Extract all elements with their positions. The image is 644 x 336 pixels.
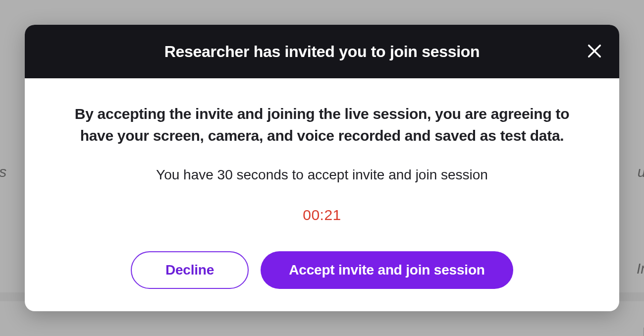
modal-header: Researcher has invited you to join sessi… [25,25,619,78]
close-button[interactable] [585,42,604,61]
modal-title: Researcher has invited you to join sessi… [164,43,480,61]
timer-instruction: You have 30 seconds to accept invite and… [156,167,488,183]
button-row: Decline Accept invite and join session [131,251,513,289]
decline-button[interactable]: Decline [131,251,249,289]
consent-text: By accepting the invite and joining the … [64,103,580,146]
modal-body: By accepting the invite and joining the … [25,78,619,311]
countdown-timer: 00:21 [303,207,341,224]
close-icon [586,43,603,61]
accept-button[interactable]: Accept invite and join session [261,251,513,289]
invite-modal: Researcher has invited you to join sessi… [25,25,619,311]
